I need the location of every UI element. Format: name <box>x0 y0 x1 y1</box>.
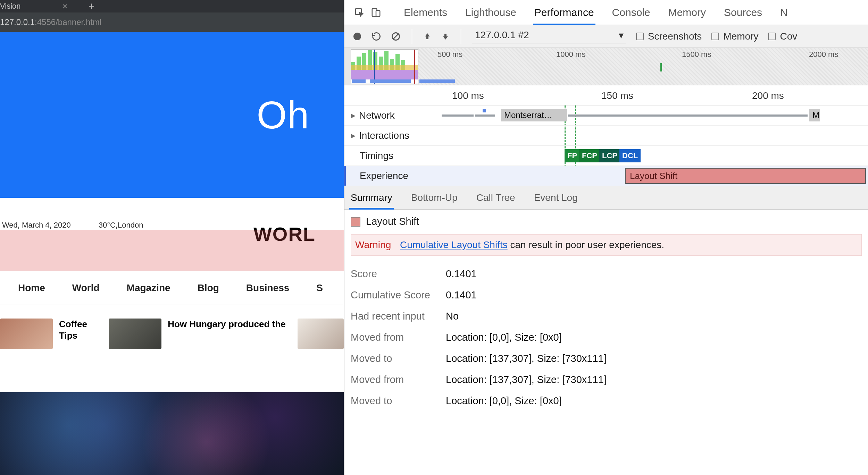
disclosure-triangle-icon[interactable]: ▶ <box>351 112 356 119</box>
recording-select[interactable]: 127.0.0.1 #2 ▾ <box>472 29 626 43</box>
detail-value: Location: [137,307], Size: [730x111] <box>446 374 607 385</box>
network-request[interactable]: Montserrat… <box>501 109 567 121</box>
nav-world[interactable]: World <box>72 282 100 294</box>
timing-lcp[interactable]: LCP <box>599 149 620 162</box>
nav-magazine[interactable]: Magazine <box>127 282 170 294</box>
color-swatch <box>351 217 360 227</box>
reload-icon[interactable] <box>372 32 381 41</box>
detail-row: Moved toLocation: [0,0], Size: [0x0] <box>351 390 862 412</box>
tab-elements[interactable]: Elements <box>404 7 447 18</box>
network-request[interactable]: M <box>809 109 820 121</box>
timing-dcl[interactable]: DCL <box>619 149 641 162</box>
detail-row: Score0.1401 <box>351 263 862 285</box>
detail-value: Location: [0,0], Size: [0x0] <box>446 395 562 407</box>
detail-row: Moved toLocation: [137,307], Size: [730x… <box>351 348 862 369</box>
ticker-thumb[interactable] <box>109 319 161 349</box>
subtab-eventlog[interactable]: Event Log <box>534 192 578 203</box>
timing-fcp[interactable]: FCP <box>579 149 600 162</box>
new-tab-icon[interactable]: + <box>82 0 95 12</box>
url: 127.0.0.1:4556/banner.html <box>0 17 101 27</box>
detail-row: Moved fromLocation: [0,0], Size: [0x0] <box>351 327 862 348</box>
separator <box>412 29 412 44</box>
detail-key: Moved from <box>351 332 438 343</box>
detail-key: Score <box>351 268 438 280</box>
detail-key: Moved to <box>351 395 438 407</box>
load-profile-icon[interactable] <box>423 32 432 41</box>
coverage-checkbox[interactable]: Cov <box>768 31 797 42</box>
track-network[interactable]: ▶Network Montserrat… M <box>344 105 868 126</box>
subtab-bottomup[interactable]: Bottom-Up <box>411 192 458 203</box>
page-nav: Home World Magazine Blog Business S <box>0 271 344 305</box>
subtab-summary[interactable]: Summary <box>351 192 392 203</box>
ruler-tick: 200 ms <box>752 90 784 101</box>
close-icon[interactable]: × <box>62 1 68 12</box>
ticker-thumb[interactable] <box>0 319 53 349</box>
tab-title: Vision <box>0 2 21 11</box>
detail-key: Had recent input <box>351 311 438 322</box>
browser-tab[interactable]: Vision × <box>0 1 82 12</box>
flame-tracks[interactable]: ▶Network Montserrat… M ▶Interactions Tim… <box>344 105 868 186</box>
ticker-title[interactable]: Coffee Tips <box>59 319 102 341</box>
memory-checkbox[interactable]: Memory <box>711 31 758 42</box>
overview-tick: 2000 ms <box>809 50 838 59</box>
warning-label: Warning <box>355 239 391 250</box>
nav-blog[interactable]: Blog <box>198 282 219 294</box>
inspect-icon[interactable] <box>354 7 365 18</box>
timing-fp[interactable]: FP <box>565 149 580 162</box>
tab-performance[interactable]: Performance <box>534 7 594 18</box>
nav-business[interactable]: Business <box>246 282 290 294</box>
detail-value: 0.1401 <box>446 289 477 301</box>
track-timings[interactable]: Timings FP FCP LCP DCL <box>344 146 868 166</box>
clear-icon[interactable] <box>391 32 401 41</box>
track-interactions[interactable]: ▶Interactions <box>344 126 868 146</box>
detail-header: Layout Shift <box>351 216 862 227</box>
detail-row: Had recent inputNo <box>351 306 862 327</box>
recording-label: 127.0.0.1 #2 <box>475 29 529 41</box>
svg-line-5 <box>393 34 398 39</box>
tab-sources[interactable]: Sources <box>724 7 762 18</box>
page-hero-image <box>0 392 344 475</box>
ruler-tick: 150 ms <box>601 90 633 101</box>
subtab-calltree[interactable]: Call Tree <box>476 192 515 203</box>
warning-row: Warning Cumulative Layout Shifts can res… <box>351 234 862 256</box>
overview-tick: 1500 ms <box>682 50 711 59</box>
overview-minimap[interactable] <box>351 49 418 84</box>
detail-key: Moved from <box>351 374 438 385</box>
tab-more[interactable]: N <box>780 7 788 18</box>
ticker-thumb[interactable] <box>298 319 344 349</box>
experience-layout-shift[interactable]: Layout Shift <box>625 168 866 184</box>
tab-memory[interactable]: Memory <box>668 7 706 18</box>
save-profile-icon[interactable] <box>441 32 450 41</box>
ruler-tick: 100 ms <box>452 90 484 101</box>
disclosure-triangle-icon[interactable]: ▶ <box>351 132 356 139</box>
browser-tab-strip: Vision × + <box>0 0 344 12</box>
detail-value: Location: [137,307], Size: [730x111] <box>446 353 607 364</box>
tab-lighthouse[interactable]: Lighthouse <box>465 7 516 18</box>
svg-point-3 <box>353 33 361 40</box>
page-ticker: Coffee Tips How Hungary produced the <box>0 319 344 361</box>
chevron-down-icon: ▾ <box>619 29 624 41</box>
device-icon[interactable] <box>371 7 381 18</box>
separator <box>461 29 461 44</box>
detail-key: Moved to <box>351 353 438 364</box>
address-bar[interactable]: 127.0.0.1:4556/banner.html <box>0 12 344 32</box>
screenshots-checkbox[interactable]: Screenshots <box>636 31 702 42</box>
track-experience[interactable]: Experience Layout Shift <box>344 166 868 186</box>
tab-console[interactable]: Console <box>612 7 650 18</box>
warning-link[interactable]: Cumulative Layout Shifts <box>400 239 508 250</box>
detail-row: Moved fromLocation: [137,307], Size: [73… <box>351 369 862 390</box>
ticker-title[interactable]: How Hungary produced the <box>168 319 291 330</box>
record-icon[interactable] <box>353 32 362 41</box>
devtools-tabstrip: Elements Lighthouse Performance Console … <box>344 0 868 25</box>
nav-more[interactable]: S <box>316 282 323 294</box>
devtools-panel: Elements Lighthouse Performance Console … <box>344 0 868 475</box>
page-date: Wed, March 4, 2020 <box>2 221 71 230</box>
detail-title: Layout Shift <box>366 216 419 227</box>
page-banner: Oh <box>0 32 344 198</box>
svg-rect-2 <box>376 10 380 16</box>
nav-home[interactable]: Home <box>18 282 45 294</box>
timeline-overview[interactable]: 500 ms 1000 ms 1500 ms 2000 ms <box>344 48 868 85</box>
overview-tick: 1000 ms <box>556 50 585 59</box>
detail-row: Cumulative Score0.1401 <box>351 285 862 306</box>
flame-ruler[interactable]: 100 ms 150 ms 200 ms <box>344 85 868 105</box>
